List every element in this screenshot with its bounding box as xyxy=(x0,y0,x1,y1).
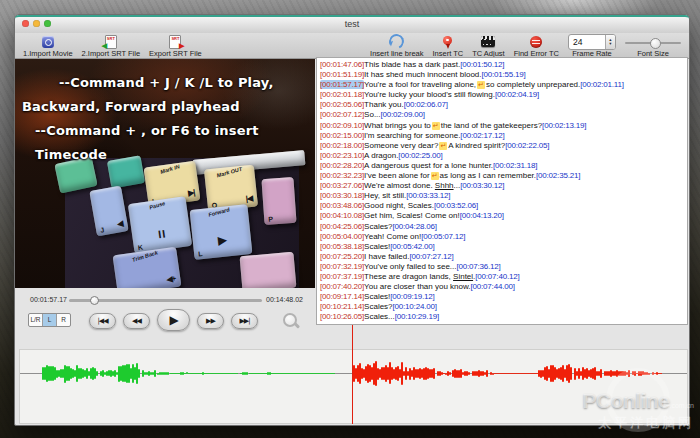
subtitle-row[interactable]: [00:07:25.20]I have failed.[00:07:27.12] xyxy=(320,252,687,262)
keyboard-key xyxy=(240,252,297,288)
video-caption: --Command + , or F6 to insert xyxy=(35,123,259,138)
export-srt-icon: SRT▶ xyxy=(169,35,181,49)
forward-key: Forward L ▶ xyxy=(190,204,253,260)
subtitle-row[interactable]: [00:04:25.06]Scales?[00:04:28.06] xyxy=(320,222,687,232)
channel-l-button[interactable]: L xyxy=(43,314,57,326)
import-srt-icon: SRT◀ xyxy=(105,35,117,49)
subtitle-row[interactable]: [00:03:27.06]We're almost done. Shhh...[… xyxy=(320,181,687,191)
subtitle-row[interactable]: [00:01:57.17]You're a fool for traveling… xyxy=(320,80,687,90)
find-error-tc-button[interactable]: Find Error TC xyxy=(514,34,559,58)
subtitle-row[interactable]: [00:02:23.10]A dragon.[00:02:25.00] xyxy=(320,151,687,161)
find-error-tc-icon xyxy=(530,36,542,48)
mark-out-key: Mark OUT O |◀ xyxy=(204,165,258,212)
toolbar: 1.Import Movie SRT◀ 2.Import SRT File SR… xyxy=(15,33,689,59)
export-arrow-icon: ▶ xyxy=(179,43,184,49)
skip-end-button[interactable]: ▶▶| xyxy=(231,313,258,329)
line-break-marker: ↵ xyxy=(439,142,447,150)
channel-lr-button[interactable]: L/R xyxy=(29,314,43,326)
play-button[interactable]: ▶ xyxy=(157,309,190,331)
app-window: test 1.Import Movie SRT◀ 2.Import SRT Fi… xyxy=(14,14,690,426)
channel-selector: L/R L R xyxy=(28,313,71,327)
magnifier-handle xyxy=(294,322,300,328)
import-arrow-icon: ◀ xyxy=(102,43,107,49)
video-caption: Backward, Forward playhead xyxy=(22,99,240,114)
subtitle-row[interactable]: [00:01:51.19]It has shed much innocent b… xyxy=(320,70,687,80)
search-zoom-icon[interactable] xyxy=(283,313,299,329)
subtitle-row[interactable]: [00:07:32.19]You've only failed to see..… xyxy=(320,262,687,272)
video-caption: Timecode xyxy=(35,147,107,162)
subtitle-row[interactable]: [00:05:38.18]Scales![00:05:42.00] xyxy=(320,242,687,252)
subtitle-row[interactable]: [00:09:17.14]Scales![00:09:19.12] xyxy=(320,292,687,302)
frame-rate-item: 24 ▴▾ Frame Rate xyxy=(568,34,616,58)
channel-r-button[interactable]: R xyxy=(57,314,70,326)
video-caption: --Command + J / K /L to Play, xyxy=(59,75,274,90)
import-movie-button[interactable]: 1.Import Movie xyxy=(23,34,73,58)
subtitle-row[interactable]: [00:10:21.14]Scales?[00:10:24.00] xyxy=(320,302,687,312)
font-size-thumb[interactable] xyxy=(650,38,661,49)
keyboard-key xyxy=(107,155,145,188)
video-display: Mark IN I ▶| Mark OUT O |◀ P J ◀ Pause xyxy=(15,59,315,288)
subtitle-row[interactable]: [00:03:30.18]Hey, sit still.[00:03:33.12… xyxy=(320,191,687,201)
subtitle-row[interactable]: [00:02:01.18]You're lucky your blood's s… xyxy=(320,90,687,100)
line-break-marker: ↵ xyxy=(431,172,439,180)
subtitle-row[interactable]: [00:05:04.00]Yeah! Come on![00:05:07.12] xyxy=(320,232,687,242)
total-time: 00:14:48.02 xyxy=(266,296,303,303)
export-srt-button[interactable]: SRT▶ Export SRT File xyxy=(149,34,202,58)
stepper-icon[interactable]: ▴▾ xyxy=(605,35,615,49)
seek-slider[interactable] xyxy=(69,299,262,302)
pause-key: Pause K I I xyxy=(128,196,192,254)
subtitle-row[interactable]: [00:01:47.06]This blade has a dark past.… xyxy=(320,60,687,70)
player-controls: 00:01:57.17 00:14:48.02 L/R L R |◀◀ ◀◀ ▶… xyxy=(15,288,315,349)
keyboard-image: Mark IN I ▶| Mark OUT O |◀ P J ◀ Pause xyxy=(65,158,299,288)
title-bar[interactable]: test xyxy=(15,15,689,34)
subtitle-row[interactable]: [00:07:37.19]These are dragon lands, Sin… xyxy=(320,272,687,282)
import-srt-button[interactable]: SRT◀ 2.Import SRT File xyxy=(82,34,141,58)
insert-tc-button[interactable]: Insert TC xyxy=(432,34,463,58)
subtitle-row[interactable]: [00:02:09.10]What brings you to↵the land… xyxy=(320,121,687,131)
subtitle-row[interactable]: [00:03:48.06]Good night, Scales.[00:03:5… xyxy=(320,201,687,211)
subtitle-row[interactable]: [00:02:18.00]Someone very dear?↵A kindre… xyxy=(320,141,687,151)
desktop: test 1.Import Movie SRT◀ 2.Import SRT Fi… xyxy=(0,0,700,438)
playhead-line[interactable] xyxy=(352,325,353,424)
subtitle-row[interactable]: [00:02:32.23]I've been alone for↵as long… xyxy=(320,171,687,181)
subtitle-list[interactable]: [00:01:47.06]This blade has a dark past.… xyxy=(316,57,688,325)
current-time: 00:01:57.17 xyxy=(30,296,67,303)
waveform-panel[interactable] xyxy=(19,349,688,424)
insert-line-break-button[interactable]: Insert line break xyxy=(370,34,423,58)
subtitle-row[interactable]: [00:02:07.12]So...[00:02:09.00] xyxy=(320,110,687,120)
font-size-item: Font Size xyxy=(625,34,681,58)
tc-adjust-button[interactable]: TC Adjust xyxy=(472,34,505,58)
trim-back-key: Trim Back ◀+ xyxy=(113,247,182,288)
subtitle-row[interactable]: [00:07:40.20]You are closer than you kno… xyxy=(320,282,687,292)
subtitle-row[interactable]: [00:02:28.20]A dangerous quest for a lon… xyxy=(320,161,687,171)
insert-tc-icon xyxy=(443,36,452,45)
transport-controls: |◀◀ ◀◀ ▶ ▶▶ ▶▶| xyxy=(89,311,258,331)
import-movie-icon xyxy=(42,36,54,48)
tc-adjust-icon xyxy=(481,36,495,47)
rewind-button[interactable]: ◀◀ xyxy=(123,313,150,329)
subtitle-row[interactable]: [00:10:26.05]Scales...[00:10:29.19] xyxy=(320,312,687,322)
subtitle-row[interactable]: [00:02:15.00]I'm searching for someone.[… xyxy=(320,131,687,141)
frame-rate-select[interactable]: 24 ▴▾ xyxy=(568,34,616,50)
p-key: P xyxy=(261,177,296,225)
window-title: test xyxy=(15,19,689,29)
seek-thumb[interactable] xyxy=(90,296,99,305)
line-break-marker: ↵ xyxy=(432,122,440,130)
reverse-key: J ◀ xyxy=(89,186,129,237)
skip-start-button[interactable]: |◀◀ xyxy=(89,313,116,329)
subtitle-row[interactable]: [00:04:10.08]Get him, Scales! Come on![0… xyxy=(320,211,687,221)
fast-forward-button[interactable]: ▶▶ xyxy=(197,313,224,329)
font-size-slider[interactable] xyxy=(625,36,681,50)
line-break-marker: ↵ xyxy=(477,81,485,89)
subtitle-row[interactable]: [00:02:05.06]Thank you.[00:02:06.07] xyxy=(320,100,687,110)
frame-rate-value: 24 xyxy=(569,37,605,47)
